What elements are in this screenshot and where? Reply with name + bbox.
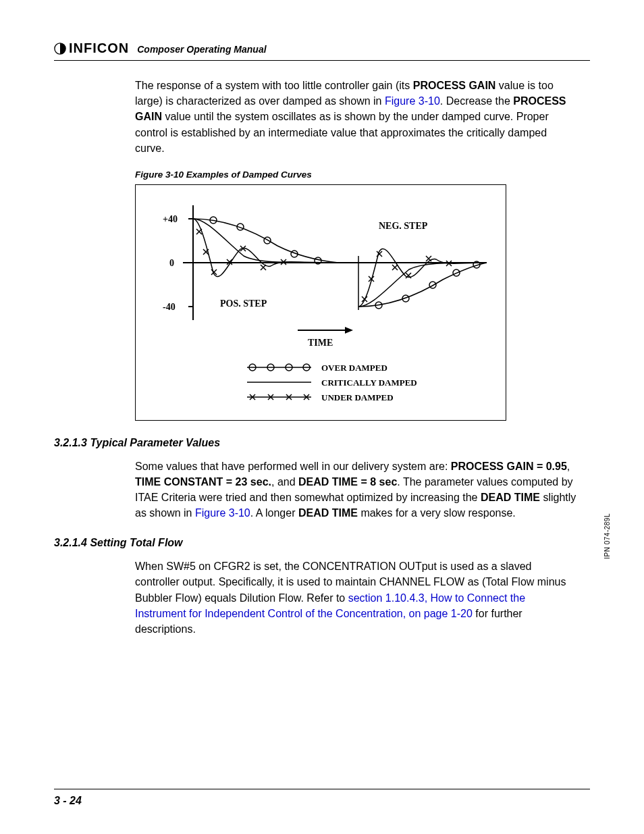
page-number: 3 - 24 xyxy=(54,795,590,807)
neg-step-label: NEG. STEP xyxy=(379,221,428,231)
intro-paragraph: The response of a system with too little… xyxy=(135,78,576,156)
brand-name: INFICON xyxy=(69,41,129,56)
y-tick-plus40: +40 xyxy=(163,214,178,224)
figure-3-10-link[interactable]: Figure 3-10 xyxy=(385,95,440,107)
legend-under-damped: UNDER DAMPED xyxy=(321,392,394,402)
document-ipn: IPN 074-289L xyxy=(603,513,611,559)
section-3213-heading: 3.2.1.3 Typical Parameter Values xyxy=(54,437,590,449)
page-header: INFICON Composer Operating Manual xyxy=(54,41,590,61)
pos-step-label: POS. STEP xyxy=(220,298,267,309)
manual-title: Composer Operating Manual xyxy=(137,44,266,56)
brand-logo: INFICON xyxy=(54,41,129,56)
figure-3-10: +40 0 -40 xyxy=(135,184,506,421)
figure-3-10-link-2[interactable]: Figure 3-10 xyxy=(195,507,250,519)
time-label: TIME xyxy=(308,338,333,348)
y-tick-zero: 0 xyxy=(169,258,174,268)
page-footer: 3 - 24 xyxy=(54,789,590,807)
inficon-logo-icon xyxy=(54,43,66,55)
svg-marker-18 xyxy=(345,327,353,334)
section-3214-heading: 3.2.1.4 Setting Total Flow xyxy=(54,537,590,549)
section-3214-paragraph: When SW#5 on CFGR2 is set, the CONCENTRA… xyxy=(135,558,576,637)
section-3213-paragraph: Some values that have performed well in … xyxy=(135,459,576,521)
legend-over-damped: OVER DAMPED xyxy=(321,363,387,373)
legend-critically-damped: CRITICALLY DAMPED xyxy=(321,377,417,388)
y-tick-minus40: -40 xyxy=(163,302,176,312)
figure-caption: Figure 3-10 Examples of Damped Curves xyxy=(135,168,576,182)
